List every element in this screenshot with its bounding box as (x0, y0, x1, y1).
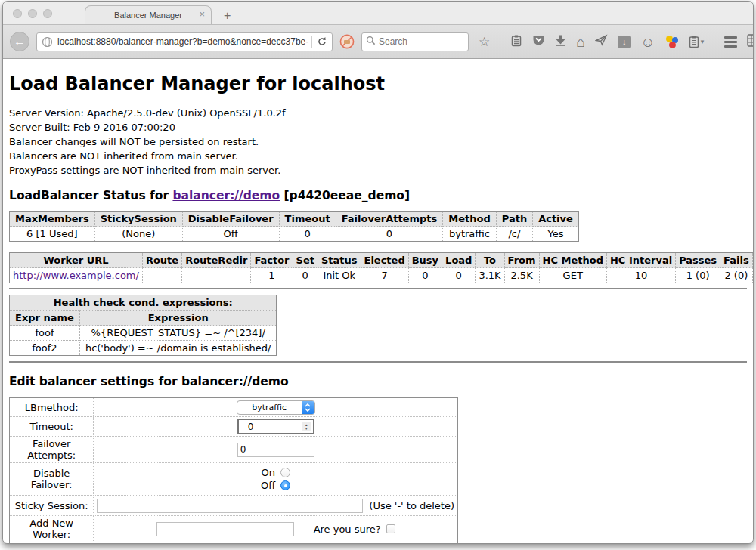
search-input[interactable] (379, 36, 454, 47)
addon-dots-icon[interactable] (665, 35, 679, 48)
col-expression: Expression (79, 311, 277, 326)
status-heading-suffix: [p4420eeae_demo] (280, 189, 410, 202)
reader-list-icon[interactable]: ▾ (689, 36, 705, 48)
sticky-session-label: Sticky Session: (10, 496, 94, 516)
col-disablefailover: DisableFailover (182, 212, 279, 227)
lbmethod-row: LBmethod: bytraffic (10, 398, 458, 417)
health-table-row-foof: foof %{REQUEST_STATUS} =~ /^[234]/ (10, 326, 277, 341)
radio-on[interactable] (280, 468, 290, 477)
globe-icon (40, 35, 54, 48)
number-spinner-icon[interactable]: ▴▾ (302, 422, 311, 431)
hello-smiley-icon[interactable]: ☺ (640, 36, 655, 48)
worker-status-table: Worker URL Route RouteRedir Factor Set S… (9, 252, 753, 283)
balancer-demo-link[interactable]: balancer://demo (172, 189, 280, 202)
val-method: bytraffic (443, 227, 496, 242)
addon-grid-icon[interactable] (747, 34, 754, 50)
col-maxmembers: MaxMembers (10, 212, 95, 227)
bookmark-star-icon[interactable]: ☆ (479, 36, 490, 48)
select-arrows-icon (302, 401, 314, 414)
failover-attempts-input[interactable] (237, 443, 314, 457)
timeout-cell: ▴▾ (94, 417, 458, 437)
close-window-button[interactable] (13, 9, 22, 18)
val-hc-method: GET (539, 268, 606, 283)
col-passes: Passes (676, 253, 720, 268)
lbmethod-cell: bytraffic (94, 398, 458, 417)
are-you-sure-checkbox[interactable] (386, 524, 395, 533)
timeout-input[interactable] (246, 420, 306, 433)
proxypass-note: ProxyPass settings are NOT inherited fro… (9, 163, 747, 178)
col-set: Set (293, 253, 318, 268)
pocket-icon[interactable] (532, 34, 545, 49)
tab-balancer-manager[interactable]: Balancer Manager × (85, 5, 212, 24)
worker-table-header-row: Worker URL Route RouteRedir Factor Set S… (10, 253, 754, 268)
search-bar[interactable] (361, 32, 469, 51)
col-route: Route (142, 253, 181, 268)
col-fails: Fails (720, 253, 753, 268)
radio-off[interactable] (280, 480, 290, 490)
col-routeredir: RouteRedir (182, 253, 251, 268)
edit-balancer-heading: Edit balancer settings for balancer://de… (9, 375, 747, 388)
downloads-icon[interactable] (555, 34, 566, 49)
val-expr-name-1: foof (10, 326, 80, 341)
content-blocked-icon[interactable] (339, 34, 355, 49)
submit-row: Submit (10, 542, 458, 544)
send-tab-icon[interactable] (595, 34, 608, 49)
col-hc-uri: HC uri (752, 253, 753, 268)
navigation-toolbar: ← localhost:8880/balancer-manager?b=demo… (3, 24, 753, 59)
submit-cell: Submit (10, 542, 458, 544)
server-version: Server Version: Apache/2.5.0-dev (Unix) … (9, 106, 747, 120)
timeout-row: Timeout: ▴▾ (10, 417, 458, 437)
lbmethod-select[interactable]: bytraffic (237, 400, 315, 415)
back-button[interactable]: ← (10, 32, 29, 51)
loadbalancer-status-heading: LoadBalancer Status for balancer://demo … (9, 189, 747, 202)
urlbar-separator (311, 36, 312, 48)
failover-attempts-row: Failover Attempts: (10, 437, 458, 463)
col-expr-name: Expr name (10, 311, 80, 326)
download-panel-icon[interactable]: ↓ (618, 36, 631, 48)
val-failoverattempts: 0 (336, 227, 443, 242)
reload-icon[interactable] (315, 35, 329, 48)
add-worker-label: Add New Worker: (10, 516, 94, 542)
sticky-session-cell: (Use '-' to delete) (94, 496, 458, 516)
val-worker-url: http://www.example.com/ (10, 268, 143, 283)
status-heading-prefix: LoadBalancer Status for (9, 189, 172, 202)
col-load: Load (442, 253, 476, 268)
val-busy: 0 (408, 268, 442, 283)
persist-note: Balancer changes will NOT be persisted o… (9, 134, 747, 149)
titlebar: Balancer Manager × + (3, 2, 753, 24)
col-stickysession: StickySession (94, 212, 182, 227)
col-elected: Elected (361, 253, 408, 268)
toolbar-separator (500, 35, 500, 49)
worker-table-row: http://www.example.com/ 1 0 Init Ok 7 0 … (10, 268, 754, 283)
disable-failover-row: Disable Failover: On Off (10, 463, 458, 496)
menu-icon[interactable] (724, 36, 737, 48)
zoom-window-button[interactable] (43, 9, 52, 18)
worker-url-link[interactable]: http://www.example.com/ (13, 270, 139, 281)
home-icon[interactable]: ⌂ (576, 36, 585, 48)
col-worker-url: Worker URL (10, 253, 143, 268)
new-tab-button[interactable]: + (219, 9, 235, 23)
browser-window: Balancer Manager × + ← localhost:8880/ba… (2, 1, 754, 544)
chevron-down-icon[interactable]: ▾ (701, 38, 705, 45)
section-divider-2 (9, 361, 747, 363)
add-worker-row: Add New Worker: Are you sure? (10, 516, 458, 542)
add-worker-input[interactable] (156, 522, 294, 536)
val-hc-interval: 10 (606, 268, 675, 283)
col-from: From (504, 253, 539, 268)
val-factor: 1 (251, 268, 293, 283)
val-expression-1: %{REQUEST_STATUS} =~ /^[234]/ (79, 326, 277, 341)
col-active: Active (533, 212, 579, 227)
col-factor: Factor (251, 253, 293, 268)
val-routeredir (182, 268, 251, 283)
bookmarks-menu-icon[interactable] (510, 34, 522, 50)
sticky-session-input[interactable] (97, 499, 363, 513)
disable-failover-label: Disable Failover: (10, 463, 94, 496)
col-method: Method (443, 212, 496, 227)
tab-close-icon[interactable]: × (199, 9, 205, 19)
failover-attempts-cell (94, 437, 458, 463)
val-passes: 1 (0) (676, 268, 720, 283)
url-text[interactable]: localhost:8880/balancer-manager?b=demo&n… (57, 36, 308, 47)
url-bar[interactable]: localhost:8880/balancer-manager?b=demo&n… (36, 32, 333, 51)
minimize-window-button[interactable] (28, 9, 37, 18)
window-controls (13, 9, 52, 18)
